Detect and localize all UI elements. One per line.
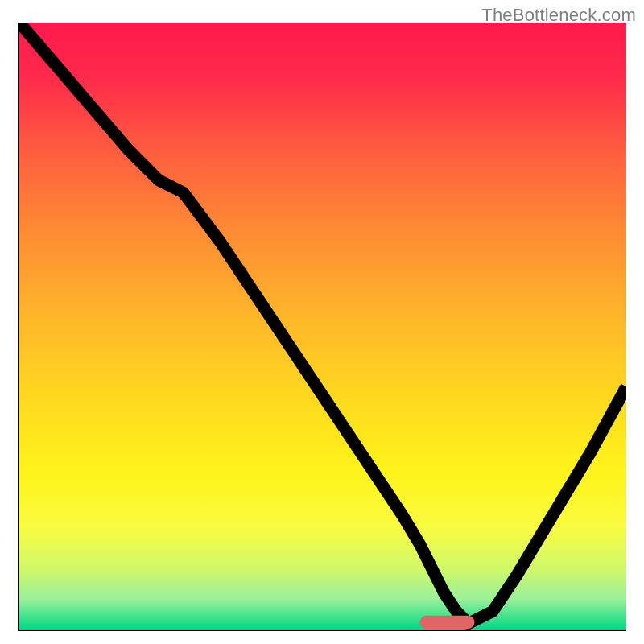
plot-area	[18, 23, 626, 631]
watermark-text: TheBottleneck.com	[481, 5, 636, 26]
chart-wrapper: TheBottleneck.com	[0, 0, 644, 644]
curve-layer	[19, 23, 626, 630]
optimal-range-marker	[420, 616, 475, 630]
bottleneck-curve	[19, 23, 626, 623]
